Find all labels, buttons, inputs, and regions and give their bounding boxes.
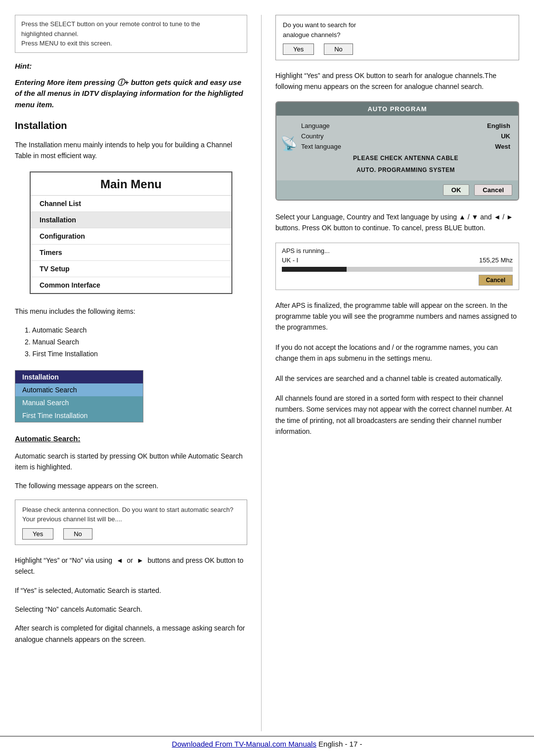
menu-item-tv-setup[interactable]: TV Setup [31, 261, 231, 277]
ap-footer: OK Cancel [276, 180, 518, 200]
analogue-dialog: Do you want to search for analogue chann… [275, 15, 519, 60]
ap-country-val: UK [501, 132, 510, 140]
list-item-3: 3. First Time Installation [25, 348, 247, 360]
menu-item-installation[interactable]: Installation [31, 212, 231, 228]
auto-search-para3: Highlight “Yes” or “No” via using ◄ or ►… [15, 555, 247, 577]
right-para6: All channels found are stored in a sorte… [275, 393, 519, 437]
ap-textlang-val: West [495, 143, 510, 150]
column-divider [261, 15, 262, 731]
ap-country-row: Country UK [301, 131, 510, 141]
menu-items-list: 1. Automatic Search 2. Manual Search 3. … [15, 325, 247, 360]
para3-text1: Highlight “Yes” or “No” via using [15, 556, 112, 564]
auto-program-body: Language English Country UK Text languag… [276, 116, 518, 180]
notice-line2: highlighted channel. [21, 29, 241, 39]
sub-menu-installation[interactable]: Installation [15, 371, 143, 383]
main-menu-box: Main Menu Channel List Installation Conf… [30, 171, 232, 294]
left-column: Press the SELECT button on your remote c… [15, 15, 247, 731]
right-column: Do you want to search for analogue chann… [275, 15, 519, 731]
analogue-yes-button[interactable]: Yes [283, 43, 314, 55]
ap-notice1: PLEASE CHECK ANTENNA CABLE [301, 152, 510, 164]
notice-line1: Press the SELECT button on your remote c… [21, 19, 241, 29]
sub-menu-first-time[interactable]: First Time Installation [15, 409, 143, 422]
aps-box: APS is running... UK - I 155,25 Mhz Canc… [275, 243, 519, 290]
right-para3: After APS is finalized, the programme ta… [275, 300, 519, 333]
auto-search-para6: After search is completed for digital ch… [15, 623, 247, 645]
ap-language-label: Language [301, 122, 330, 129]
notice-line3: Press MENU to exit this screen. [21, 39, 241, 48]
auto-search-para5: Selecting “No” cancels Automatic Search. [15, 604, 247, 615]
ap-language-row: Language English [301, 121, 510, 131]
list-item-1: 1. Automatic Search [25, 325, 247, 336]
ap-notice2: AUTO. PROGRAMMING SYSTEM [301, 164, 510, 175]
dialog-text: Please check antenna connection. Do you … [22, 505, 240, 524]
analogue-no-button[interactable]: No [324, 43, 353, 55]
para3-or: or [127, 556, 133, 564]
sub-menu-box: Installation Automatic Search Manual Sea… [15, 370, 143, 422]
hint-label: Hint: [15, 62, 247, 70]
ap-cancel-button[interactable]: Cancel [474, 184, 512, 196]
auto-program-panel: AUTO PROGRAM 📡 Language English Country … [275, 101, 519, 201]
satellite-icon: 📡 [280, 135, 298, 152]
analogue-dialog-text2: analogue channels? [283, 30, 512, 40]
dialog-yes-button[interactable]: Yes [22, 528, 53, 540]
aps-channel-row: UK - I 155,25 Mhz [282, 256, 513, 264]
page-footer: Downloaded From TV-Manual.com Manuals En… [0, 736, 534, 748]
aps-freq: 155,25 Mhz [479, 256, 513, 264]
dialog-no-button[interactable]: No [63, 528, 92, 540]
footer-link[interactable]: Downloaded From TV-Manual.com Manuals [172, 740, 316, 748]
right-para2: Select your Language, Country and Text l… [275, 211, 519, 234]
analogue-dialog-buttons: Yes No [283, 43, 512, 55]
right-arrow-icon: ► [137, 556, 144, 564]
ap-country-label: Country [301, 132, 324, 140]
menu-item-common-interface[interactable]: Common Interface [31, 277, 231, 293]
notice-box: Press the SELECT button on your remote c… [15, 15, 247, 53]
footer-page: English - 17 - [318, 740, 362, 748]
menu-item-timers[interactable]: Timers [31, 245, 231, 261]
menu-item-configuration[interactable]: Configuration [31, 228, 231, 245]
sub-menu-manual-search[interactable]: Manual Search [15, 396, 143, 409]
list-item-2: 2. Manual Search [25, 336, 247, 348]
ap-textlang-label: Text language [301, 143, 341, 150]
auto-search-heading: Automatic Search: [15, 434, 247, 443]
aps-running-text: APS is running... [282, 247, 513, 254]
ap-ok-button[interactable]: OK [443, 184, 470, 196]
analogue-dialog-text1: Do you want to search for [283, 20, 512, 30]
auto-search-para2: The following message appears on the scr… [15, 480, 247, 491]
aps-channel: UK - I [282, 256, 298, 264]
installation-heading: Installation [15, 120, 247, 131]
main-menu-title: Main Menu [31, 172, 231, 196]
auto-search-para4: If “Yes” is selected, Automatic Search i… [15, 585, 247, 596]
aps-progress-bar [282, 267, 513, 272]
right-para1: Highlight “Yes” and press OK button to s… [275, 70, 519, 92]
dialog-buttons: Yes No [22, 528, 240, 540]
aps-progress-fill [282, 267, 347, 272]
menu-items-intro: This menu includes the following items: [15, 306, 247, 317]
sub-menu-auto-search[interactable]: Automatic Search [15, 383, 143, 396]
auto-search-para1: Automatic search is started by pressing … [15, 451, 247, 473]
hint-text: Entering More item pressing ⓘ+ button ge… [15, 77, 247, 111]
aps-cancel-row: Cancel [282, 275, 513, 286]
ap-textlang-row: Text language West [301, 141, 510, 152]
installation-body: The Installation menu mainly intends to … [15, 139, 247, 162]
aps-cancel-button[interactable]: Cancel [479, 275, 513, 286]
auto-program-header: AUTO PROGRAM [276, 102, 518, 116]
menu-item-channel-list[interactable]: Channel List [31, 196, 231, 212]
right-para5: All the services are searched and a chan… [275, 373, 519, 384]
left-arrow-icon: ◄ [116, 556, 123, 564]
ap-language-val: English [487, 122, 510, 129]
auto-search-dialog: Please check antenna connection. Do you … [15, 500, 247, 545]
right-para4: If you do not accept the locations and /… [275, 342, 519, 364]
